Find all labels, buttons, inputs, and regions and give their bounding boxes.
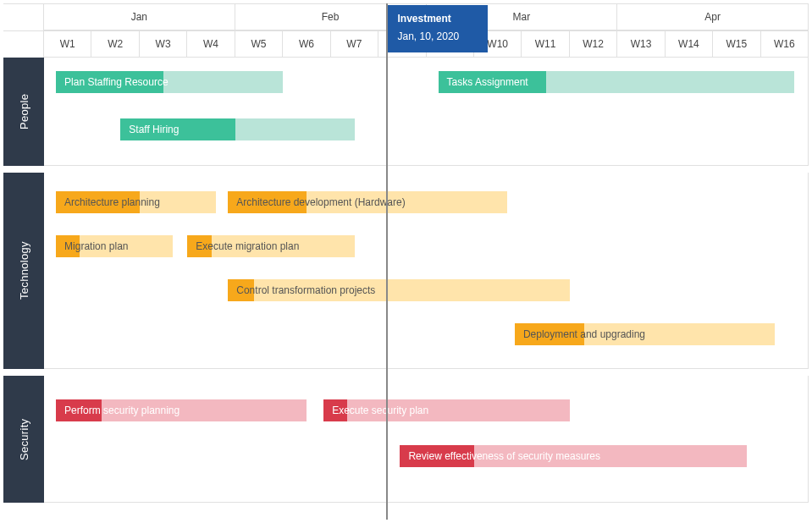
week-w14: W14 [666,31,713,58]
track-security: Security [3,376,44,503]
task-bar-exec_sec_plan[interactable]: Execute security plan [323,399,570,421]
task-label: Deployment and upgrading [515,328,645,340]
chart-area: Plan Staffing ResourceTasks AssignmentSt… [44,58,809,516]
task-bar-staff_hiring[interactable]: Staff Hiring [120,118,355,140]
timeline-marker[interactable] [386,3,388,520]
track-gap [3,166,44,173]
track-band [44,376,809,503]
week-w15: W15 [713,31,760,58]
month-apr: Apr [617,4,809,30]
task-label: Staff Hiring [120,124,179,135]
task-bar-control_transform[interactable]: Control transformation projects [228,279,570,301]
week-w1: W1 [44,31,91,58]
marker-tooltip: InvestmentJan, 10, 2020 [388,5,488,52]
task-label: Tasks Assignment [439,76,528,88]
week-w12: W12 [570,31,617,58]
task-label: Architecture development (Hardware) [228,196,405,208]
task-bar-deploy_upgrade[interactable]: Deployment and upgrading [515,323,776,345]
week-w3: W3 [140,31,187,58]
task-label: Execute migration plan [187,240,299,252]
task-bar-perf_sec_plan[interactable]: Perform security planning [56,399,307,421]
task-bar-arch_plan[interactable]: Architecture planning [56,191,216,213]
task-bar-exec_migration[interactable]: Execute migration plan [187,235,355,257]
week-w4: W4 [187,31,235,58]
task-bar-review_sec[interactable]: Review effectiveness of security measure… [400,445,746,467]
task-label: Control transformation projects [228,284,375,296]
week-w13: W13 [617,31,665,58]
header-spacer [3,4,44,30]
track-technology: Technology [3,173,44,369]
task-label: Perform security planning [56,405,180,416]
task-bar-plan_staffing[interactable]: Plan Staffing Resource [56,71,283,93]
header-spacer [3,31,44,58]
marker-date: Jan, 10, 2020 [398,30,478,44]
gantt-chart: Jan Feb Mar Apr W1 W2 W3 W4 W5 W6 W7 W8 … [3,3,809,520]
task-label: Review effectiveness of security measure… [400,450,600,462]
week-w5: W5 [235,31,283,58]
gantt-body: People Technology Security Plan Staffing… [3,58,809,516]
track-gap [3,369,44,376]
week-w6: W6 [283,31,330,58]
week-w2: W2 [91,31,139,58]
month-jan: Jan [44,4,235,30]
task-label: Migration plan [56,240,128,252]
week-w11: W11 [522,31,569,58]
tracks-column: People Technology Security [3,58,44,516]
track-people: People [3,58,44,166]
marker-title: Investment [398,12,478,26]
week-w7: W7 [331,31,378,58]
task-label: Execute security plan [323,405,428,416]
task-bar-arch_dev[interactable]: Architecture development (Hardware) [228,191,507,213]
task-bar-tasks_assign[interactable]: Tasks Assignment [439,71,794,93]
task-label: Architecture planning [56,196,160,208]
week-w16: W16 [761,31,809,58]
task-label: Plan Staffing Resource [56,76,168,88]
task-bar-migration_plan[interactable]: Migration plan [56,235,173,257]
